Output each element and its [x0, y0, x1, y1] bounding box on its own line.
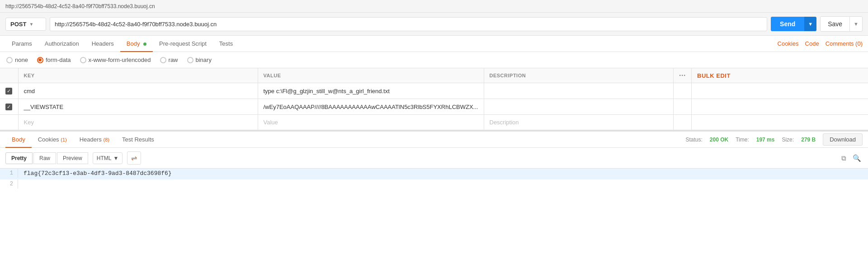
request-tabs-row: Params Authorization Headers Body Pre-re… [0, 36, 868, 52]
row-value: type c:\Fl@g_glzjin_still_w@nts_a_girl_f… [258, 83, 484, 99]
radio-form-data-inner [38, 58, 42, 61]
line-number: 2 [0, 179, 18, 189]
line-content: flag{72c3cf13-e3ab-4df3-9ad3-8487dc3698f… [18, 169, 177, 178]
response-status: Status: 200 OK Time: 197 ms Size: 279 B … [685, 133, 863, 146]
download-button[interactable]: Download [823, 133, 863, 146]
body-tab-pretty[interactable]: Pretty [5, 152, 33, 164]
radio-raw[interactable]: raw [160, 57, 178, 63]
send-dropdown-arrow[interactable]: ▼ [804, 17, 816, 31]
status-label: Status: [685, 137, 702, 143]
table-header-row: KEY VALUE DESCRIPTION ··· Bulk Edit [0, 68, 868, 83]
table-row: cmdtype c:\Fl@g_glzjin_still_w@nts_a_gir… [0, 83, 868, 99]
url-input[interactable] [50, 17, 767, 31]
radio-form-data[interactable]: form-data [37, 57, 71, 63]
response-tab-headers[interactable]: Headers (8) [73, 132, 116, 147]
radio-none[interactable]: none [6, 57, 28, 63]
search-icon: 🔍 [853, 154, 861, 162]
row-extra-1 [674, 83, 692, 99]
bulk-edit-link[interactable]: Bulk Edit [697, 72, 731, 79]
row-checkbox[interactable] [5, 104, 12, 110]
row-key: __VIEWSTATE [18, 99, 258, 115]
row-extra-1 [674, 99, 692, 115]
wrap-button[interactable]: ⇌ [127, 151, 141, 165]
wrap-icon: ⇌ [131, 154, 137, 162]
format-select[interactable]: HTML ▼ [93, 152, 123, 164]
status-value: 200 OK [710, 137, 728, 143]
radio-urlencoded[interactable]: x-www-form-urlencoded [80, 57, 151, 63]
body-tab-raw[interactable]: Raw [33, 152, 56, 164]
send-button[interactable]: Send [771, 17, 804, 31]
time-label: Time: [736, 137, 749, 143]
size-value: 279 B [801, 137, 816, 143]
response-section: Body Cookies (1) Headers (8) Test Result… [0, 130, 868, 190]
tab-params[interactable]: Params [5, 36, 38, 52]
tab-headers[interactable]: Headers [85, 36, 120, 52]
row-description [484, 99, 674, 115]
save-button[interactable]: Save [821, 17, 849, 31]
cookies-link[interactable]: Cookies [778, 40, 799, 47]
request-line: POST ▼ Send ▼ Save ▼ [0, 13, 868, 36]
row-key[interactable]: Key [18, 115, 258, 130]
row-extra-2 [692, 99, 868, 115]
code-line: 1flag{72c3cf13-e3ab-4df3-9ad3-8487dc3698… [0, 169, 868, 179]
size-label: Size: [782, 137, 794, 143]
tab-body[interactable]: Body [120, 36, 153, 52]
response-tab-body[interactable]: Body [5, 132, 32, 147]
url-bar-container: http://2565754b-48d2-4c52-8a40-f9f70bff7… [0, 0, 868, 13]
th-key: KEY [18, 68, 258, 83]
row-checkbox[interactable] [5, 88, 12, 94]
comments-link[interactable]: Comments (0) [826, 40, 863, 47]
method-value: POST [10, 21, 26, 28]
response-tabs-row: Body Cookies (1) Headers (8) Test Result… [0, 132, 868, 148]
row-description [484, 83, 674, 99]
code-line: 2 [0, 179, 868, 190]
send-button-group: Send ▼ [771, 17, 816, 31]
th-more: ··· [674, 68, 692, 83]
radio-none-circle [6, 57, 13, 63]
row-extra-2 [692, 115, 868, 130]
tab-tests[interactable]: Tests [213, 36, 239, 52]
format-chevron-icon: ▼ [113, 155, 118, 161]
th-description: DESCRIPTION [484, 68, 674, 83]
table-row: __VIEWSTATE/wEy7EoAAQAAAP////8BAAAAAAAAA… [0, 99, 868, 115]
time-value: 197 ms [756, 137, 775, 143]
more-options-icon[interactable]: ··· [679, 71, 686, 79]
tab-authorization[interactable]: Authorization [38, 36, 85, 52]
th-checkbox [0, 68, 18, 83]
row-key: cmd [18, 83, 258, 99]
params-tbody: cmdtype c:\Fl@g_glzjin_still_w@nts_a_gir… [0, 83, 868, 130]
radio-binary-circle [187, 57, 193, 63]
cookies-badge: (1) [61, 137, 66, 142]
th-bulk-edit: Bulk Edit [692, 68, 868, 83]
copy-button[interactable]: ⧉ [840, 153, 848, 164]
row-checkbox-cell [0, 115, 18, 130]
row-checkbox-cell [0, 83, 18, 99]
code-area: 1flag{72c3cf13-e3ab-4df3-9ad3-8487dc3698… [0, 169, 868, 190]
radio-binary[interactable]: binary [187, 57, 212, 63]
search-button[interactable]: 🔍 [851, 153, 863, 164]
radio-urlencoded-circle [80, 57, 86, 63]
save-button-group: Save ▼ [820, 16, 863, 32]
row-description[interactable]: Description [484, 115, 674, 130]
response-tab-cookies[interactable]: Cookies (1) [32, 132, 73, 147]
response-tab-test-results[interactable]: Test Results [116, 132, 160, 147]
body-tab-preview[interactable]: Preview [57, 152, 88, 164]
tab-pre-request[interactable]: Pre-request Script [153, 36, 213, 52]
copy-icon: ⧉ [841, 154, 846, 162]
row-extra-2 [692, 83, 868, 99]
line-content [18, 179, 29, 182]
row-value[interactable]: Value [258, 115, 484, 130]
row-value: /wEy7EoAAQAAAP////8BAAAAAAAAAAAwCAAAATlN… [258, 99, 484, 115]
table-row: KeyValueDescription [0, 115, 868, 130]
radio-form-data-circle [37, 57, 43, 63]
method-chevron-icon: ▼ [29, 22, 33, 27]
line-number: 1 [0, 169, 18, 178]
method-select[interactable]: POST ▼ [5, 18, 46, 31]
th-value: VALUE [258, 68, 484, 83]
url-display: http://2565754b-48d2-4c52-8a40-f9f70bff7… [5, 3, 155, 9]
headers-badge: (8) [103, 137, 109, 142]
save-dropdown-arrow[interactable]: ▼ [849, 17, 862, 31]
tabs-right: Cookies Code Comments (0) [778, 40, 863, 47]
code-link[interactable]: Code [805, 40, 819, 47]
body-active-dot [143, 42, 146, 46]
